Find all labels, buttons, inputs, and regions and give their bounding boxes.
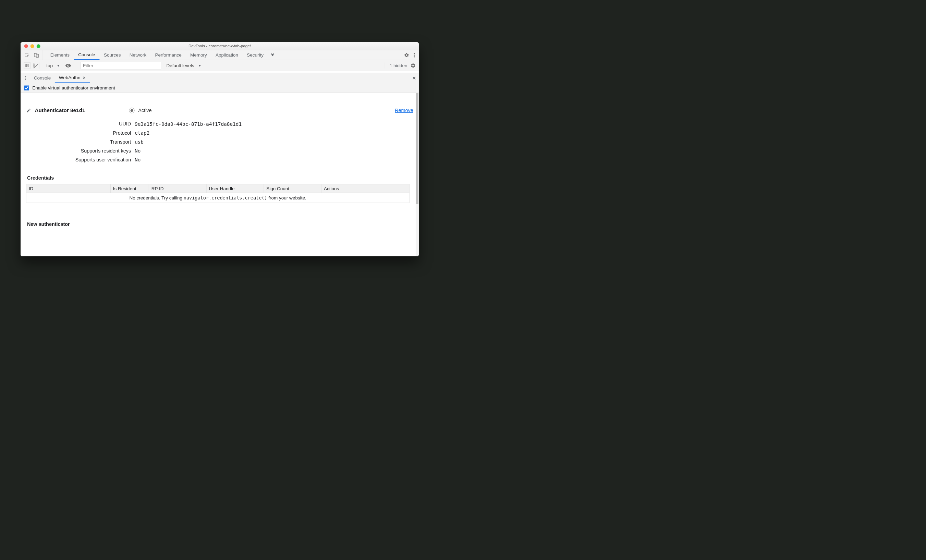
window-title: DevTools - chrome://new-tab-page/: [21, 44, 419, 48]
credentials-empty-row: No credentials. Try calling navigator.cr…: [26, 192, 409, 203]
tab-application[interactable]: Application: [211, 50, 242, 60]
empty-text-code: navigator.credentials.create(): [184, 195, 267, 200]
inspect-element-icon[interactable]: [24, 52, 29, 57]
tabs-overflow-icon[interactable]: [268, 50, 278, 60]
edit-name-icon[interactable]: [26, 107, 31, 112]
console-toolbar: top Default levels 1 hidden: [21, 60, 419, 71]
authenticator-header: Authenticator 8e1d1 Active Remove: [26, 107, 413, 114]
window-controls: [21, 44, 41, 48]
devtools-window: DevTools - chrome://new-tab-page/ Elemen…: [21, 42, 419, 256]
console-filter-input[interactable]: [80, 62, 161, 69]
drawer-menu-icon[interactable]: [21, 73, 30, 83]
svg-rect-6: [26, 64, 29, 67]
enable-virtual-auth-bar: Enable virtual authenticator environment: [21, 83, 419, 92]
transport-value: usb: [135, 139, 144, 145]
scrollbar-thumb[interactable]: [416, 93, 418, 204]
svg-point-4: [414, 54, 415, 55]
console-sidebar-toggle-icon[interactable]: [24, 62, 30, 68]
settings-gear-icon[interactable]: [404, 52, 409, 57]
zoom-window-button[interactable]: [37, 44, 41, 48]
new-authenticator-heading: New authenticator: [27, 221, 413, 227]
uuid-value: 9e3a15fc-0da0-44bc-871b-a4f17da8e1d1: [135, 121, 242, 127]
authenticator-details: UUID 9e3a15fc-0da0-44bc-871b-a4f17da8e1d…: [26, 119, 413, 164]
hidden-messages-count[interactable]: 1 hidden: [390, 63, 407, 68]
tab-network[interactable]: Network: [125, 50, 151, 60]
tab-security[interactable]: Security: [243, 50, 268, 60]
protocol-label: Protocol: [26, 130, 131, 136]
enable-virtual-auth-label: Enable virtual authenticator environment: [32, 85, 115, 91]
svg-point-5: [414, 56, 415, 57]
empty-text-post: from your website.: [267, 195, 306, 200]
svg-point-7: [68, 65, 68, 66]
table-header-row: ID Is Resident RP ID User Handle Sign Co…: [26, 184, 409, 192]
main-tabstrip: Elements Console Sources Network Perform…: [21, 50, 419, 60]
webauthn-panel: Authenticator 8e1d1 Active Remove UUID 9…: [21, 93, 419, 256]
active-label: Active: [138, 107, 151, 113]
credentials-table: ID Is Resident RP ID User Handle Sign Co…: [26, 184, 410, 203]
tab-sources[interactable]: Sources: [99, 50, 125, 60]
active-authenticator-radio[interactable]: [129, 107, 134, 113]
drawer-tabstrip: Console WebAuthn: [21, 73, 419, 83]
col-actions: Actions: [321, 184, 409, 192]
col-sign-count: Sign Count: [264, 184, 321, 192]
minimize-window-button[interactable]: [30, 44, 34, 48]
resident-keys-label: Supports resident keys: [26, 148, 131, 154]
credentials-heading: Credentials: [27, 175, 413, 181]
protocol-value: ctap2: [135, 130, 150, 136]
drawer-tab-label: WebAuthn: [59, 75, 80, 80]
tab-memory[interactable]: Memory: [186, 50, 211, 60]
titlebar: DevTools - chrome://new-tab-page/: [21, 42, 419, 50]
col-is-resident: Is Resident: [110, 184, 149, 192]
transport-label: Transport: [26, 139, 131, 145]
remove-authenticator-link[interactable]: Remove: [395, 107, 413, 113]
console-settings-gear-icon[interactable]: [410, 63, 416, 68]
col-user-handle: User Handle: [206, 184, 264, 192]
col-rp-id: RP ID: [149, 184, 206, 192]
execution-context-select[interactable]: top: [44, 63, 62, 68]
svg-point-8: [25, 76, 26, 77]
close-drawer-icon[interactable]: [410, 73, 419, 83]
tab-console[interactable]: Console: [74, 50, 100, 60]
live-expression-icon[interactable]: [65, 62, 71, 68]
empty-text-pre: No credentials. Try calling: [129, 195, 183, 200]
resident-keys-value: No: [135, 148, 141, 154]
tab-performance[interactable]: Performance: [151, 50, 186, 60]
kebab-menu-icon[interactable]: [414, 52, 415, 57]
user-verification-label: Supports user verification: [26, 157, 131, 162]
close-window-button[interactable]: [24, 44, 28, 48]
svg-rect-1: [34, 53, 37, 56]
close-tab-icon[interactable]: [83, 76, 86, 79]
drawer-tab-console[interactable]: Console: [30, 73, 55, 83]
enable-virtual-auth-checkbox[interactable]: [24, 85, 29, 90]
clear-console-icon[interactable]: [33, 63, 35, 68]
uuid-label: UUID: [26, 121, 131, 127]
svg-point-10: [25, 79, 26, 80]
authenticator-name: Authenticator 8e1d1: [35, 107, 85, 114]
device-toolbar-icon[interactable]: [34, 52, 39, 57]
col-id: ID: [26, 184, 110, 192]
svg-point-9: [25, 77, 26, 79]
log-levels-select[interactable]: Default levels: [164, 63, 203, 68]
drawer-tab-webauthn[interactable]: WebAuthn: [55, 73, 90, 83]
scrollbar[interactable]: [416, 93, 419, 256]
user-verification-value: No: [135, 157, 141, 162]
svg-point-3: [414, 53, 415, 53]
tab-elements[interactable]: Elements: [46, 50, 74, 60]
